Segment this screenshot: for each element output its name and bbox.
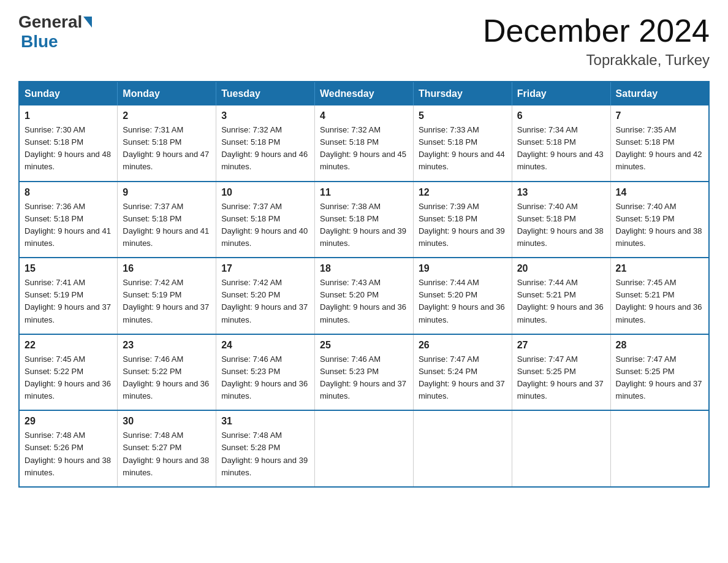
day-number: 15 — [25, 263, 112, 274]
table-row — [315, 410, 414, 487]
table-row: 29 Sunrise: 7:48 AM Sunset: 5:26 PM Dayl… — [19, 410, 118, 487]
day-number: 9 — [123, 187, 211, 198]
day-number: 17 — [221, 263, 309, 274]
day-info: Sunrise: 7:32 AM Sunset: 5:18 PM Dayligh… — [320, 124, 408, 174]
day-info: Sunrise: 7:44 AM Sunset: 5:20 PM Dayligh… — [419, 277, 507, 326]
day-number: 11 — [320, 187, 408, 198]
day-info: Sunrise: 7:47 AM Sunset: 5:24 PM Dayligh… — [419, 353, 507, 403]
table-row: 16 Sunrise: 7:42 AM Sunset: 5:19 PM Dayl… — [118, 258, 216, 334]
day-number: 26 — [419, 340, 507, 351]
calendar-subtitle: Toprakkale, Turkey — [483, 52, 710, 69]
table-row: 21 Sunrise: 7:45 AM Sunset: 5:21 PM Dayl… — [610, 258, 709, 334]
day-number: 24 — [221, 340, 309, 351]
table-row: 31 Sunrise: 7:48 AM Sunset: 5:28 PM Dayl… — [216, 410, 315, 487]
table-row: 27 Sunrise: 7:47 AM Sunset: 5:25 PM Dayl… — [512, 334, 610, 411]
day-number: 1 — [25, 110, 112, 121]
weekday-header-row: Sunday Monday Tuesday Wednesday Thursday… — [19, 82, 709, 105]
table-row: 2 Sunrise: 7:31 AM Sunset: 5:18 PM Dayli… — [118, 105, 216, 182]
day-number: 30 — [123, 416, 211, 427]
day-number: 21 — [616, 263, 703, 274]
day-number: 12 — [419, 187, 507, 198]
day-info: Sunrise: 7:40 AM Sunset: 5:18 PM Dayligh… — [517, 201, 605, 250]
weekday-saturday: Saturday — [610, 82, 709, 105]
weekday-monday: Monday — [118, 82, 216, 105]
day-number: 29 — [25, 416, 112, 427]
table-row: 17 Sunrise: 7:42 AM Sunset: 5:20 PM Dayl… — [216, 258, 315, 334]
table-row: 3 Sunrise: 7:32 AM Sunset: 5:18 PM Dayli… — [216, 105, 315, 182]
calendar-table: Sunday Monday Tuesday Wednesday Thursday… — [18, 81, 710, 488]
table-row: 12 Sunrise: 7:39 AM Sunset: 5:18 PM Dayl… — [413, 182, 512, 258]
day-info: Sunrise: 7:37 AM Sunset: 5:18 PM Dayligh… — [221, 201, 309, 250]
day-number: 8 — [25, 187, 112, 198]
calendar-week-row: 22 Sunrise: 7:45 AM Sunset: 5:22 PM Dayl… — [19, 334, 709, 411]
day-info: Sunrise: 7:39 AM Sunset: 5:18 PM Dayligh… — [419, 201, 507, 250]
table-row: 30 Sunrise: 7:48 AM Sunset: 5:27 PM Dayl… — [118, 410, 216, 487]
table-row: 5 Sunrise: 7:33 AM Sunset: 5:18 PM Dayli… — [413, 105, 512, 182]
day-number: 2 — [123, 110, 211, 121]
table-row: 28 Sunrise: 7:47 AM Sunset: 5:25 PM Dayl… — [610, 334, 709, 411]
weekday-friday: Friday — [512, 82, 610, 105]
logo: General Blue — [18, 12, 93, 52]
day-info: Sunrise: 7:46 AM Sunset: 5:23 PM Dayligh… — [320, 353, 408, 403]
table-row: 1 Sunrise: 7:30 AM Sunset: 5:18 PM Dayli… — [19, 105, 118, 182]
day-number: 25 — [320, 340, 408, 351]
day-info: Sunrise: 7:35 AM Sunset: 5:18 PM Dayligh… — [616, 124, 703, 174]
table-row: 15 Sunrise: 7:41 AM Sunset: 5:19 PM Dayl… — [19, 258, 118, 334]
calendar-title: December 2024 — [483, 12, 710, 49]
day-info: Sunrise: 7:44 AM Sunset: 5:21 PM Dayligh… — [517, 277, 605, 326]
weekday-wednesday: Wednesday — [315, 82, 414, 105]
day-number: 3 — [221, 110, 309, 121]
day-info: Sunrise: 7:42 AM Sunset: 5:19 PM Dayligh… — [123, 277, 211, 326]
day-number: 27 — [517, 340, 605, 351]
table-row: 23 Sunrise: 7:46 AM Sunset: 5:22 PM Dayl… — [118, 334, 216, 411]
day-info: Sunrise: 7:38 AM Sunset: 5:18 PM Dayligh… — [320, 201, 408, 250]
table-row: 9 Sunrise: 7:37 AM Sunset: 5:18 PM Dayli… — [118, 182, 216, 258]
table-row: 4 Sunrise: 7:32 AM Sunset: 5:18 PM Dayli… — [315, 105, 414, 182]
day-number: 4 — [320, 110, 408, 121]
day-number: 20 — [517, 263, 605, 274]
day-info: Sunrise: 7:45 AM Sunset: 5:21 PM Dayligh… — [616, 277, 703, 326]
day-number: 18 — [320, 263, 408, 274]
day-info: Sunrise: 7:41 AM Sunset: 5:19 PM Dayligh… — [25, 277, 112, 326]
day-info: Sunrise: 7:31 AM Sunset: 5:18 PM Dayligh… — [123, 124, 211, 174]
calendar-week-row: 1 Sunrise: 7:30 AM Sunset: 5:18 PM Dayli… — [19, 105, 709, 182]
table-row — [512, 410, 610, 487]
day-info: Sunrise: 7:40 AM Sunset: 5:19 PM Dayligh… — [616, 201, 703, 250]
table-row: 18 Sunrise: 7:43 AM Sunset: 5:20 PM Dayl… — [315, 258, 414, 334]
day-number: 23 — [123, 340, 211, 351]
day-info: Sunrise: 7:48 AM Sunset: 5:26 PM Dayligh… — [25, 429, 112, 479]
logo-blue-text: Blue — [21, 32, 58, 51]
calendar-week-row: 8 Sunrise: 7:36 AM Sunset: 5:18 PM Dayli… — [19, 182, 709, 258]
day-number: 22 — [25, 340, 112, 351]
table-row: 8 Sunrise: 7:36 AM Sunset: 5:18 PM Dayli… — [19, 182, 118, 258]
day-info: Sunrise: 7:47 AM Sunset: 5:25 PM Dayligh… — [616, 353, 703, 403]
weekday-sunday: Sunday — [19, 82, 118, 105]
day-info: Sunrise: 7:37 AM Sunset: 5:18 PM Dayligh… — [123, 201, 211, 250]
day-info: Sunrise: 7:48 AM Sunset: 5:28 PM Dayligh… — [221, 429, 309, 479]
title-area: December 2024 Toprakkale, Turkey — [483, 12, 710, 69]
day-info: Sunrise: 7:47 AM Sunset: 5:25 PM Dayligh… — [517, 353, 605, 403]
day-number: 14 — [616, 187, 703, 198]
calendar-week-row: 29 Sunrise: 7:48 AM Sunset: 5:26 PM Dayl… — [19, 410, 709, 487]
weekday-tuesday: Tuesday — [216, 82, 315, 105]
logo-triangle-icon — [83, 17, 92, 28]
day-info: Sunrise: 7:43 AM Sunset: 5:20 PM Dayligh… — [320, 277, 408, 326]
table-row: 24 Sunrise: 7:46 AM Sunset: 5:23 PM Dayl… — [216, 334, 315, 411]
day-info: Sunrise: 7:45 AM Sunset: 5:22 PM Dayligh… — [25, 353, 112, 403]
day-info: Sunrise: 7:42 AM Sunset: 5:20 PM Dayligh… — [221, 277, 309, 326]
day-info: Sunrise: 7:46 AM Sunset: 5:23 PM Dayligh… — [221, 353, 309, 403]
day-number: 13 — [517, 187, 605, 198]
day-number: 28 — [616, 340, 703, 351]
table-row: 20 Sunrise: 7:44 AM Sunset: 5:21 PM Dayl… — [512, 258, 610, 334]
table-row: 13 Sunrise: 7:40 AM Sunset: 5:18 PM Dayl… — [512, 182, 610, 258]
calendar-week-row: 15 Sunrise: 7:41 AM Sunset: 5:19 PM Dayl… — [19, 258, 709, 334]
day-number: 6 — [517, 110, 605, 121]
logo-general-text: General — [18, 12, 82, 32]
page-header: General Blue December 2024 Toprakkale, T… — [18, 12, 710, 69]
day-info: Sunrise: 7:48 AM Sunset: 5:27 PM Dayligh… — [123, 429, 211, 479]
table-row: 11 Sunrise: 7:38 AM Sunset: 5:18 PM Dayl… — [315, 182, 414, 258]
day-number: 10 — [221, 187, 309, 198]
table-row: 22 Sunrise: 7:45 AM Sunset: 5:22 PM Dayl… — [19, 334, 118, 411]
table-row: 19 Sunrise: 7:44 AM Sunset: 5:20 PM Dayl… — [413, 258, 512, 334]
day-number: 5 — [419, 110, 507, 121]
